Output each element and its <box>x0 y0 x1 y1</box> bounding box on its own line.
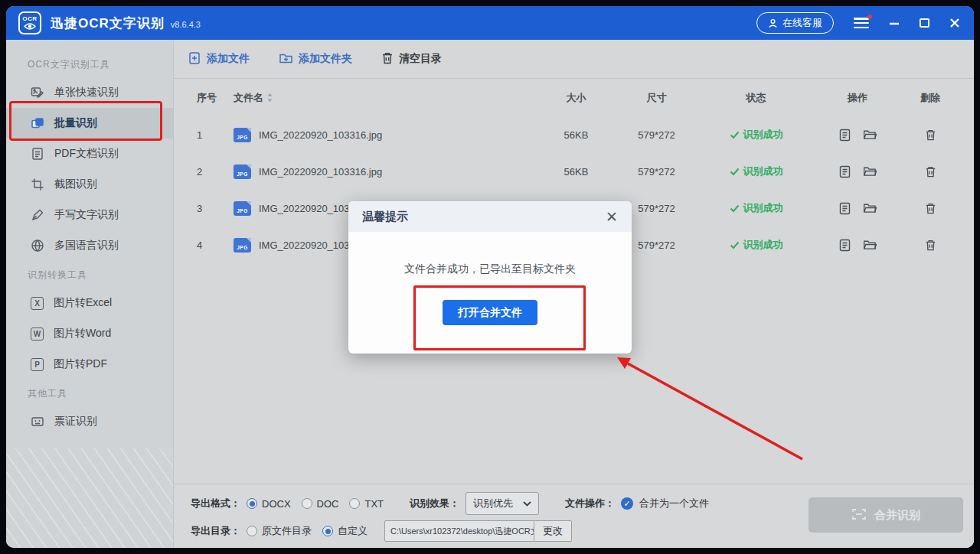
sidebar-item-img-to-pdf[interactable]: P图片转PDF <box>6 349 173 380</box>
sidebar-nav: OCR文字识别工具单张快速识别批量识别PDF文档识别截图识别手写文字识别多国语言… <box>6 40 174 548</box>
row-index: 4 <box>197 240 234 251</box>
open-folder-icon[interactable] <box>863 129 877 142</box>
format-radio-DOC[interactable]: DOC <box>302 498 339 510</box>
sidebar-item-screenshot-ocr[interactable]: 截图识别 <box>6 169 173 200</box>
sidebar-item-pdf-doc-ocr[interactable]: PDF文档识别 <box>6 138 173 169</box>
header-status: 状态 <box>701 91 812 105</box>
online-service-label: 在线客服 <box>782 16 822 30</box>
sidebar-section-label: 其他工具 <box>6 380 173 406</box>
row-operations <box>812 239 903 252</box>
settings-panel: 导出格式： DOCXDOCTXT 识别效果： 识别优先 文件操作： ✓ 合并为一… <box>174 484 974 548</box>
check-icon <box>730 168 740 176</box>
effect-value: 识别优先 <box>473 497 513 510</box>
filename-text: IMG_20220920_103316.jpg <box>259 129 382 141</box>
merge-checkbox[interactable]: ✓ <box>621 497 633 510</box>
row-delete <box>903 165 957 178</box>
row-index: 3 <box>197 203 234 214</box>
delete-row-icon[interactable] <box>925 202 936 215</box>
dialog-header: 温馨提示 ✕ <box>348 201 632 232</box>
row-status: 识别成功 <box>701 201 812 215</box>
notification-dot <box>867 15 872 19</box>
eye-icon <box>24 22 36 31</box>
sidebar-item-multilang-ocr[interactable]: 多国语言识别 <box>6 230 173 261</box>
format-radio-DOCX[interactable]: DOCX <box>247 498 291 510</box>
globe-icon <box>31 239 44 253</box>
clear-list-label: 清空目录 <box>399 52 442 66</box>
table-row: 1JPGIMG_20220920_103316.jpg56KB579*272识别… <box>174 116 974 153</box>
open-folder-icon[interactable] <box>863 239 877 252</box>
sidebar-item-ticket-ocr[interactable]: 票证识别 <box>6 406 173 437</box>
delete-row-icon[interactable] <box>925 239 936 252</box>
dialog-title: 温馨提示 <box>362 210 408 224</box>
dir-radio-原文件目录[interactable]: 原文件目录 <box>247 524 312 538</box>
format-radio-TXT[interactable]: TXT <box>349 498 384 510</box>
sidebar-item-img-to-word[interactable]: W图片转Word <box>6 318 173 349</box>
radio-icon <box>247 526 257 536</box>
pdf-doc-icon <box>31 147 44 161</box>
chevron-down-icon <box>523 501 531 507</box>
row-status: 识别成功 <box>701 238 812 252</box>
sidebar-item-label: 多国语言识别 <box>54 239 119 253</box>
effect-dropdown[interactable]: 识别优先 <box>466 492 539 515</box>
trash-icon <box>381 51 394 67</box>
maximize-button[interactable] <box>920 18 929 28</box>
add-file-button[interactable]: 添加文件 <box>188 51 250 67</box>
row-filename: JPGIMG_20220920_103316.jpg <box>234 128 540 142</box>
export-path-field[interactable]: C:\Users\xr102372\desktop\迅捷OCR文字识 <box>384 520 534 542</box>
dir-radio-自定义[interactable]: 自定义 <box>322 524 368 538</box>
check-icon <box>730 204 740 213</box>
header-index: 序号 <box>197 91 234 105</box>
sidebar-item-handwriting-ocr[interactable]: 手写文字识别 <box>6 200 173 230</box>
file-op-label: 文件操作： <box>565 497 615 510</box>
sidebar-item-single-quick-ocr[interactable]: 单张快速识别 <box>6 77 173 108</box>
delete-row-icon[interactable] <box>925 129 936 142</box>
sidebar-section-label: OCR文字识别工具 <box>6 51 173 77</box>
view-result-icon[interactable] <box>839 129 851 142</box>
close-button[interactable] <box>949 18 960 28</box>
screenshot-frame: OCR 迅捷OCR文字识别 v8.6.4.3 在线客服 OCR文字识别工具单张快… <box>0 0 980 554</box>
header-name[interactable]: 文件名 <box>234 91 540 105</box>
effect-label: 识别效果： <box>410 497 459 510</box>
minimize-button[interactable] <box>889 18 900 28</box>
status-text: 识别成功 <box>743 201 783 215</box>
sidebar-item-img-to-excel[interactable]: X图片转Excel <box>6 288 173 318</box>
radio-label: DOC <box>317 498 339 510</box>
sidebar-item-label: 手写文字识别 <box>54 208 119 222</box>
online-service-button[interactable]: 在线客服 <box>756 12 834 34</box>
sidebar-item-batch-ocr[interactable]: 批量识别 <box>6 108 173 138</box>
change-path-button[interactable]: 更改 <box>534 520 572 542</box>
sidebar-item-label: PDF文档识别 <box>54 147 119 161</box>
row-dimension: 579*272 <box>612 166 701 178</box>
header-delete: 删除 <box>903 91 957 105</box>
view-result-icon[interactable] <box>839 239 851 252</box>
dialog-close-icon[interactable]: ✕ <box>606 208 618 226</box>
add-folder-button[interactable]: 添加文件夹 <box>279 51 352 67</box>
dialog-message: 文件合并成功，已导出至目标文件夹 <box>348 262 632 276</box>
radio-label: DOCX <box>262 498 291 510</box>
logo-text: OCR <box>22 15 37 22</box>
view-result-icon[interactable] <box>839 202 851 215</box>
row-dimension: 579*272 <box>612 129 701 141</box>
view-result-icon[interactable] <box>839 165 851 178</box>
sidebar-section-label: 识别转换工具 <box>6 261 173 288</box>
sort-icon[interactable] <box>266 93 273 103</box>
row-index: 1 <box>197 129 234 141</box>
radio-icon <box>302 498 312 509</box>
menu-icon[interactable] <box>854 18 869 28</box>
row-size: 56KB <box>540 166 612 178</box>
merge-recognize-button[interactable]: 合并识别 <box>808 497 963 533</box>
open-merged-file-button[interactable]: 打开合并文件 <box>443 300 537 325</box>
row-delete <box>903 129 957 142</box>
radio-label: 自定义 <box>338 524 368 538</box>
format-radio-group: DOCXDOCTXT <box>247 498 394 510</box>
clear-list-button[interactable]: 清空目录 <box>381 51 442 67</box>
open-folder-icon[interactable] <box>863 202 877 215</box>
status-text: 识别成功 <box>743 238 783 252</box>
tip-dialog: 温馨提示 ✕ 文件合并成功，已导出至目标文件夹 打开合并文件 <box>348 201 632 354</box>
row-delete <box>903 202 957 215</box>
table-header: 序号 文件名 大小 尺寸 状态 操作 删除 <box>174 79 974 116</box>
delete-row-icon[interactable] <box>925 165 936 178</box>
export-dir-label: 导出目录： <box>191 524 240 538</box>
radio-icon <box>349 498 360 509</box>
open-folder-icon[interactable] <box>863 165 877 178</box>
